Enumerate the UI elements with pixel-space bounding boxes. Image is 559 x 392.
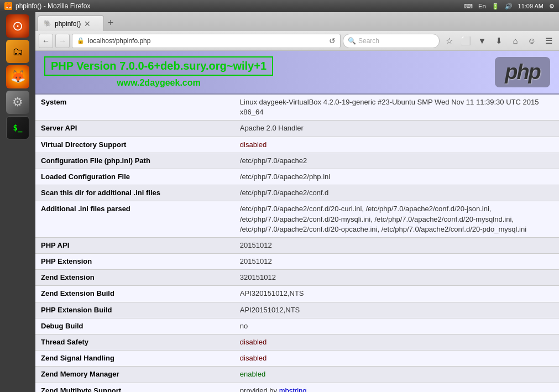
table-cell-value: 20151012 [234,237,559,253]
refresh-button[interactable]: ↺ [329,36,336,45]
table-cell-value: enabled [234,367,559,383]
firefox-titlebar-icon: 🦊 [4,2,12,10]
table-cell-label: Zend Extension Build [35,286,234,302]
system-tray: ⌨ En 🔋 🔊 11:09 AM ⚙ [464,3,555,10]
table-cell-label: Zend Extension [35,270,234,286]
new-tab-button[interactable]: + [104,16,117,29]
table-cell-value: API20151012,NTS [234,302,559,318]
sidebar-item-files[interactable]: 🗂 [6,40,29,63]
battery-icon: 🔋 [492,3,499,10]
search-icon: 🔍 [348,37,356,45]
php-logo: php [495,57,550,87]
table-cell-value: disabled [234,351,559,367]
forward-button[interactable]: → [55,34,70,48]
table-cell-label: Server API [35,121,234,137]
location-icon: 🔒 [77,37,85,44]
table-row: Debug Buildno [35,318,559,334]
table-cell-value: no [234,318,559,334]
table-row: Zend Memory Managerenabled [35,367,559,383]
table-cell-label: Additional .ini files parsed [35,201,234,238]
window-titlebar: 🦊 phpinfo() - Mozilla Firefox ⌨ En 🔋 🔊 1… [0,0,559,12]
table-cell-value: /etc/php/7.0/apache2/conf.d [234,185,559,201]
table-row: PHP API20151012 [35,237,559,253]
php-logo-text: php [505,60,540,84]
table-cell-label: Zend Multibyte Support [35,383,234,392]
table-cell-label: Zend Signal Handling [35,351,234,367]
gear-icon[interactable]: ⚙ [549,3,555,10]
browser-window: 🐘 phpinfo() ✕ + ← → 🔒 localhost/phpinfo.… [35,12,559,392]
pocket-button[interactable]: ▼ [475,34,489,48]
tab-title: phpinfo() [55,20,81,28]
back-button[interactable]: ← [39,34,53,48]
table-row: Zend Signal Handlingdisabled [35,351,559,367]
table-cell-value: provided by mbstring [234,383,559,392]
sidebar-item-firefox[interactable]: 🦊 [6,65,29,88]
table-row: Server APIApache 2.0 Handler [35,121,559,137]
table-cell-value: disabled [234,137,559,153]
table-cell-label: System [35,95,234,121]
table-row: Zend Extension320151012 [35,270,559,286]
table-row: Virtual Directory Supportdisabled [35,137,559,153]
table-cell-label: PHP Extension [35,254,234,270]
sidebar-item-ubuntu[interactable]: ⊙ [6,14,29,38]
php-header: PHP Version 7.0.0-6+deb.sury.org~wily+1 … [35,51,559,95]
home-button[interactable]: ⌂ [508,34,523,48]
table-cell-value: /etc/php/7.0/apache2/php.ini [234,169,559,185]
table-cell-label: PHP API [35,237,234,253]
phpinfo-table: SystemLinux daygeek-VirtualBox 4.2.0-19-… [35,95,559,392]
search-bar[interactable]: 🔍 Search [343,34,440,48]
table-cell-label: Configuration File (php.ini) Path [35,153,234,169]
language-indicator: En [478,3,485,9]
reader-view-button[interactable]: ⬜ [458,34,473,48]
table-cell-label: Virtual Directory Support [35,137,234,153]
table-row: Thread Safetydisabled [35,334,559,351]
table-cell-value: disabled [234,334,559,351]
php-website: www.2daygeek.com [44,78,273,88]
menu-button[interactable]: ☰ [541,34,556,48]
firefox-icon: 🦊 [11,70,25,84]
sidebar: ⊙ 🗂 🦊 ⚙ $_ [0,12,35,392]
window-title: phpinfo() - Mozilla Firefox [15,2,90,10]
navigation-bar: ← → 🔒 localhost/phpinfo.php ↺ 🔍 Search ☆… [35,31,559,51]
search-placeholder: Search [358,37,379,45]
table-cell-label: PHP Extension Build [35,302,234,318]
php-version-title: PHP Version 7.0.0-6+deb.sury.org~wily+1 [44,56,273,76]
terminal-icon: $_ [13,123,23,132]
volume-icon: 🔊 [505,3,513,10]
table-cell-value: Apache 2.0 Handler [234,121,559,137]
settings-icon: ⚙ [12,95,23,109]
sidebar-item-terminal[interactable]: $_ [6,116,29,139]
tab-bar: 🐘 phpinfo() ✕ + [35,12,559,31]
tab-close-button[interactable]: ✕ [84,19,91,28]
table-cell-value: Linux daygeek-VirtualBox 4.2.0-19-generi… [234,95,559,121]
table-cell-value: 20151012 [234,254,559,270]
table-cell-value: 320151012 [234,270,559,286]
table-row: PHP Extension BuildAPI20151012,NTS [35,302,559,318]
sidebar-item-settings[interactable]: ⚙ [6,91,29,114]
table-cell-value: API320151012,NTS [234,286,559,302]
browser-tab[interactable]: 🐘 phpinfo() ✕ [38,15,104,31]
bookmark-star-button[interactable]: ☆ [442,34,456,48]
download-button[interactable]: ⬇ [492,34,506,48]
table-row: SystemLinux daygeek-VirtualBox 4.2.0-19-… [35,95,559,121]
table-row: Scan this dir for additional .ini files/… [35,185,559,201]
table-row: Zend Multibyte Supportprovided by mbstri… [35,383,559,392]
address-bar[interactable]: 🔒 localhost/phpinfo.php ↺ [72,34,341,48]
table-cell-label: Zend Memory Manager [35,367,234,383]
table-row: Configuration File (php.ini) Path/etc/ph… [35,153,559,169]
keyboard-icon: ⌨ [464,3,473,10]
clock: 11:09 AM [518,3,544,9]
url-text: localhost/phpinfo.php [88,37,326,45]
ubuntu-logo: ⊙ [12,18,23,34]
page-content: PHP Version 7.0.0-6+deb.sury.org~wily+1 … [35,51,559,392]
table-cell-value: /etc/php/7.0/apache2 [234,153,559,169]
table-cell-value: /etc/php/7.0/apache2/conf.d/20-curl.ini,… [234,201,559,238]
table-row: PHP Extension20151012 [35,254,559,270]
files-icon: 🗂 [12,45,23,58]
table-row: Additional .ini files parsed/etc/php/7.0… [35,201,559,238]
table-cell-label: Loaded Configuration File [35,169,234,185]
profile-button[interactable]: ☺ [525,34,539,48]
table-cell-label: Thread Safety [35,334,234,351]
table-cell-label: Debug Build [35,318,234,334]
table-row: Loaded Configuration File/etc/php/7.0/ap… [35,169,559,185]
